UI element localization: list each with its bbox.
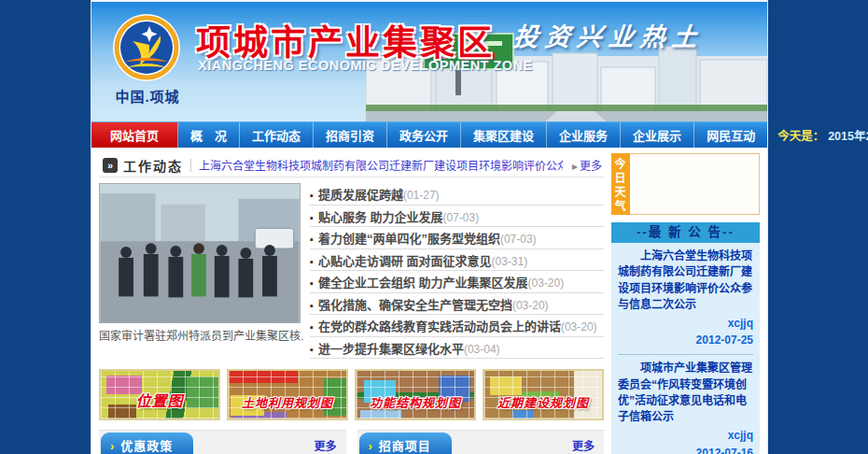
news-item-date: (03-04) <box>464 343 500 356</box>
notice-date: 2012-07-16 <box>618 446 753 454</box>
notice-item[interactable]: 项城市产业集聚区管理委员会“作风转变暨环境创优”活动征求意见电话和电子信箱公示 … <box>618 361 753 454</box>
news-headline-link[interactable]: 上海六合堂生物科技项城制药有限公司迁建新厂建设项目环境影响评价公众参与信息一次公… <box>199 157 563 173</box>
news-list-item[interactable]: 着力创建“两单四化”服务型党组织(07-03) <box>310 227 604 249</box>
news-item-date: (07-03) <box>500 233 537 246</box>
map-label: 近期建设规划图 <box>484 393 602 411</box>
section-investment-projects: 招商项目 更多 <box>357 430 605 454</box>
right-column: 今日天气 --最 新 公 告-- 上海六合堂生物科技项城制药有限公司迁建新厂建设… <box>611 153 760 454</box>
map-label: 功能结构规划图 <box>357 393 474 411</box>
investment-projects-more-link[interactable]: 更多 <box>572 437 595 453</box>
map-location[interactable]: 位置图 <box>99 369 220 420</box>
header-slogan: 投资兴业热土 <box>511 17 706 53</box>
notice-item[interactable]: 上海六合堂生物科技项城制药有限公司迁建新厂建设项目环境影响评价公众参与信息二次公… <box>618 248 753 348</box>
page: 中国.项城 项城市产业集聚区 XIANGCHENG ECONOMIC DEVEL… <box>91 0 768 454</box>
nav-item-gov-affairs[interactable]: 政务公开 <box>387 122 461 148</box>
news-list-item[interactable]: 进一步提升集聚区绿化水平(03-04) <box>310 337 604 360</box>
date-prefix: 今天是： <box>777 126 824 144</box>
nav-item-overview[interactable]: 概 况 <box>178 122 240 148</box>
news-list-item[interactable]: 健全企业工会组织 助力产业集聚区发展(03-20) <box>310 271 604 293</box>
notice-panel-title: --最 新 公 告-- <box>611 222 760 243</box>
planning-maps-row: 位置图 土地利用规划图 功能结构规划图 近期建设规划图 <box>99 369 604 420</box>
news-section-header: 工作动态 上海六合堂生物科技项城制药有限公司迁建新厂建设项目环境影响评价公众参与… <box>99 153 604 177</box>
news-photo-block: 国家审计署驻郑州特派员到产业集聚区核... <box>99 183 304 359</box>
notice-author: xcjjq <box>618 316 753 332</box>
news-list-item[interactable]: 贴心服务 助力企业发展(07-03) <box>310 206 604 228</box>
date-text: 2015年2月5日星期四 <box>828 126 868 144</box>
news-item-title: 在党的群众路线教育实践活动动员会上的讲话 <box>318 319 561 333</box>
notice-divider <box>618 354 753 355</box>
news-section-title: 工作动态 <box>123 156 183 175</box>
map-function-structure[interactable]: 功能结构规划图 <box>355 369 476 420</box>
site-header: 中国.项城 项城市产业集聚区 XIANGCHENG ECONOMIC DEVEL… <box>91 0 767 121</box>
nav-item-home[interactable]: 网站首页 <box>91 122 178 148</box>
notice-text: 项城市产业集聚区管理委员会“作风转变暨环境创优”活动征求意见电话和电子信箱公示 <box>618 361 753 426</box>
nav-item-enterprise-show[interactable]: 企业展示 <box>621 122 694 148</box>
double-arrow-icon <box>103 158 118 173</box>
weather-content <box>630 153 760 215</box>
preferential-policy-more-link[interactable]: 更多 <box>314 437 336 453</box>
news-item-date: (07-03) <box>443 211 480 224</box>
news-item-date: (03-20) <box>561 320 597 333</box>
tab-preferential-policy[interactable]: 优惠政策 <box>101 433 193 454</box>
news-item-title: 贴心服务 助力企业发展 <box>318 210 443 224</box>
news-item-date: (03-20) <box>512 299 549 312</box>
news-list-item[interactable]: 提质发展促跨越(01-27) <box>310 183 604 206</box>
main-nav: 网站首页 概 况 工作动态 招商引资 政务公开 集聚区建设 企业服务 企业展示 … <box>91 121 767 148</box>
site-logo[interactable] <box>112 13 181 82</box>
content-area: 工作动态 上海六合堂生物科技项城制药有限公司迁建新厂建设项目环境影响评价公众参与… <box>91 148 767 454</box>
notice-panel: --最 新 公 告-- 上海六合堂生物科技项城制药有限公司迁建新厂建设项目环境影… <box>611 222 760 454</box>
section-preferential-policy: 优惠政策 更多 <box>99 430 346 454</box>
nav-item-zone-construction[interactable]: 集聚区建设 <box>461 122 547 148</box>
news-item-title: 着力创建“两单四化”服务型党组织 <box>318 232 500 246</box>
left-column: 工作动态 上海六合堂生物科技项城制药有限公司迁建新厂建设项目环境影响评价公众参与… <box>99 153 604 454</box>
news-item-title: 进一步提升集聚区绿化水平 <box>318 342 464 356</box>
map-land-use[interactable]: 土地利用规划图 <box>227 369 348 420</box>
news-list: 提质发展促跨越(01-27) 贴心服务 助力企业发展(07-03) 着力创建“两… <box>310 183 604 359</box>
notice-text: 上海六合堂生物科技项城制药有限公司迁建新厂建设项目环境影响评价公众参与信息二次公… <box>618 248 753 314</box>
bottom-sections: 优惠政策 更多 招商项目 更多 <box>99 430 604 454</box>
nav-item-enterprise-service[interactable]: 企业服务 <box>547 122 621 148</box>
news-item-title: 强化措施、确保安全生产管理无空挡 <box>318 298 512 312</box>
logo-caption: 中国.项城 <box>95 86 200 106</box>
news-photo[interactable] <box>99 183 301 323</box>
notice-date: 2012-07-25 <box>618 333 753 348</box>
notice-author: xcjjq <box>618 428 753 444</box>
news-item-title: 心贴心走访调研 面对面征求意见 <box>318 254 492 268</box>
header-divider <box>190 159 191 172</box>
nav-date: 今天是： 2015年2月5日星期四 <box>768 122 868 148</box>
news-item-date: (03-31) <box>492 255 528 268</box>
news-item-date: (01-27) <box>403 189 440 202</box>
nav-item-interaction[interactable]: 网民互动 <box>694 122 768 148</box>
news-body: 国家审计署驻郑州特派员到产业集聚区核... 提质发展促跨越(01-27) 贴心服… <box>99 177 604 359</box>
nav-item-work-news[interactable]: 工作动态 <box>240 122 314 148</box>
news-item-title: 提质发展促跨越 <box>318 188 403 202</box>
news-photo-caption[interactable]: 国家审计署驻郑州特派员到产业集聚区核... <box>99 327 304 343</box>
news-list-item[interactable]: 心贴心走访调研 面对面征求意见(03-31) <box>310 249 604 272</box>
news-list-item[interactable]: 强化措施、确保安全生产管理无空挡(03-20) <box>310 293 604 316</box>
nav-item-investment[interactable]: 招商引资 <box>314 122 387 148</box>
news-item-date: (03-20) <box>528 277 565 290</box>
weather-widget: 今日天气 <box>611 153 760 215</box>
map-label: 土地利用规划图 <box>229 393 346 411</box>
tab-investment-projects[interactable]: 招商项目 <box>359 433 452 454</box>
site-subtitle: XIANGCHENG ECONOMIC DEVELOPMENT ZONE <box>198 58 533 73</box>
notice-panel-body: 上海六合堂生物科技项城制药有限公司迁建新厂建设项目环境影响评价公众参与信息二次公… <box>611 243 760 454</box>
news-item-title: 健全企业工会组织 助力产业集聚区发展 <box>318 276 528 290</box>
news-more-link[interactable]: 更多 <box>572 157 604 173</box>
news-list-item[interactable]: 在党的群众路线教育实践活动动员会上的讲话(03-20) <box>310 315 604 337</box>
weather-tab: 今日天气 <box>611 153 630 215</box>
map-recent-construction[interactable]: 近期建设规划图 <box>483 369 604 420</box>
map-label: 位置图 <box>101 389 218 411</box>
